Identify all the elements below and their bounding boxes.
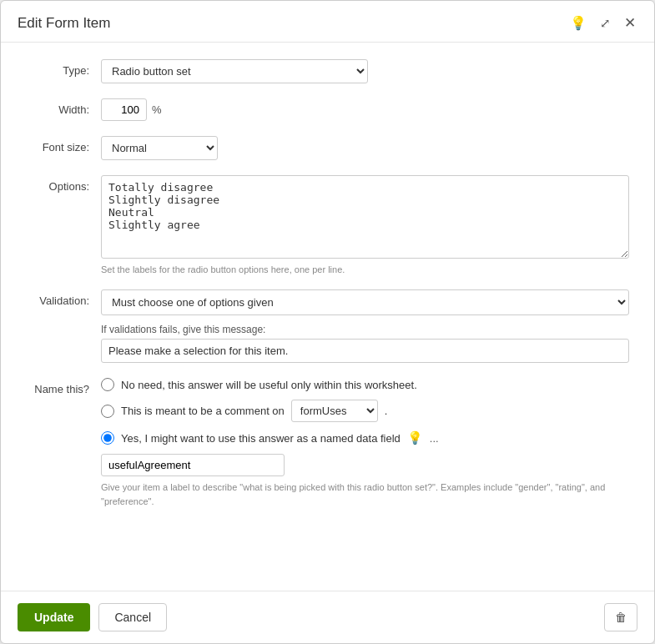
width-row: Width: % — [26, 98, 629, 121]
percent-label: % — [152, 103, 162, 116]
name-radio-no-need[interactable] — [101, 378, 114, 391]
font-size-label: Font size: — [26, 136, 101, 153]
cancel-button[interactable]: Cancel — [98, 603, 167, 631]
header-icons: 💡 ⤢ ✕ — [568, 13, 637, 33]
dialog-body: Type: Radio button set Text field Checkb… — [1, 43, 654, 591]
delete-icon: 🗑 — [615, 611, 627, 624]
name-option-no-need: No need, this answer will be useful only… — [101, 378, 629, 391]
type-select[interactable]: Radio button set Text field Checkbox Dro… — [101, 59, 368, 83]
font-size-control-wrap: Small Normal Large — [101, 136, 629, 160]
delete-button[interactable]: 🗑 — [604, 603, 637, 631]
name-radio-comment[interactable] — [101, 405, 114, 418]
name-option-named-field: Yes, I might want to use this answer as … — [101, 430, 629, 445]
width-label: Width: — [26, 98, 101, 116]
named-field-input[interactable] — [101, 454, 285, 476]
width-input[interactable] — [101, 98, 147, 121]
edit-form-item-dialog: Edit Form Item 💡 ⤢ ✕ Type: Radio button … — [0, 0, 655, 644]
named-field-bulb-icon: 💡 — [407, 430, 423, 445]
expand-icon-button[interactable]: ⤢ — [598, 14, 612, 33]
width-control-wrap: % — [101, 98, 629, 121]
name-section: No need, this answer will be useful only… — [101, 378, 629, 508]
name-option-named-field-label: Yes, I might want to use this answer as … — [121, 432, 401, 445]
name-option-no-need-label: No need, this answer will be useful only… — [121, 379, 417, 391]
validation-message-label: If validations fails, give this message: — [101, 324, 629, 335]
dialog-header: Edit Form Item 💡 ⤢ ✕ — [1, 1, 654, 43]
validation-row: Validation: None Must choose one of opti… — [26, 289, 629, 363]
expand-icon: ⤢ — [600, 16, 611, 31]
footer-left: Update Cancel — [18, 603, 167, 631]
name-option-comment: This is meant to be a comment on formUse… — [101, 400, 629, 422]
named-field-hint: Give your item a label to describe "what… — [101, 480, 629, 508]
close-icon: ✕ — [624, 14, 636, 32]
validation-message-input[interactable] — [101, 339, 629, 363]
type-row: Type: Radio button set Text field Checkb… — [26, 59, 629, 83]
options-textarea[interactable]: Totally disagree Slightly disagree Neutr… — [101, 175, 629, 259]
options-row: Options: Totally disagree Slightly disag… — [26, 175, 629, 274]
name-option-comment-label: This is meant to be a comment on — [121, 405, 285, 417]
close-icon-button[interactable]: ✕ — [622, 13, 637, 33]
options-control-wrap: Totally disagree Slightly disagree Neutr… — [101, 175, 629, 274]
bulb-icon: 💡 — [570, 15, 587, 31]
type-label: Type: — [26, 59, 101, 77]
name-row: Name this? No need, this answer will be … — [26, 378, 629, 508]
hint-icon-button[interactable]: 💡 — [568, 13, 588, 33]
dialog-title: Edit Form Item — [18, 15, 110, 32]
name-this-label: Name this? — [26, 378, 101, 395]
comment-dropdown[interactable]: formUses formData formResults — [291, 400, 378, 422]
validation-label: Validation: — [26, 289, 101, 307]
font-size-select[interactable]: Small Normal Large — [101, 136, 218, 160]
update-button[interactable]: Update — [18, 603, 90, 631]
named-field-input-wrap: Give your item a label to describe "what… — [101, 454, 629, 508]
name-radio-named-field[interactable] — [101, 431, 114, 445]
font-size-row: Font size: Small Normal Large — [26, 136, 629, 160]
type-control-wrap: Radio button set Text field Checkbox Dro… — [101, 59, 629, 83]
dots-label: ... — [430, 432, 439, 445]
validation-control-wrap: None Must choose one of options given If… — [101, 289, 629, 363]
options-label: Options: — [26, 175, 101, 193]
options-hint: Set the labels for the radio button opti… — [101, 264, 629, 274]
comment-period: . — [385, 405, 388, 417]
dialog-footer: Update Cancel 🗑 — [1, 591, 654, 643]
validation-select[interactable]: None Must choose one of options given — [101, 289, 629, 315]
